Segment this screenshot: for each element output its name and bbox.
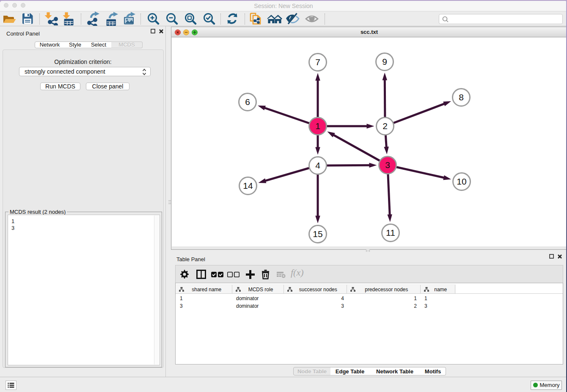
svg-text:1: 1 (315, 121, 320, 131)
svg-text:10: 10 (457, 177, 466, 186)
svg-text:6: 6 (245, 97, 250, 107)
svg-text:4: 4 (315, 160, 320, 170)
svg-text:8: 8 (459, 92, 464, 102)
svg-text:15: 15 (313, 229, 322, 239)
svg-text:11: 11 (386, 228, 395, 237)
svg-text:7: 7 (315, 57, 320, 67)
svg-text:14: 14 (243, 181, 253, 190)
svg-text:2: 2 (383, 121, 388, 131)
svg-text:9: 9 (382, 57, 387, 66)
svg-text:3: 3 (385, 160, 390, 170)
